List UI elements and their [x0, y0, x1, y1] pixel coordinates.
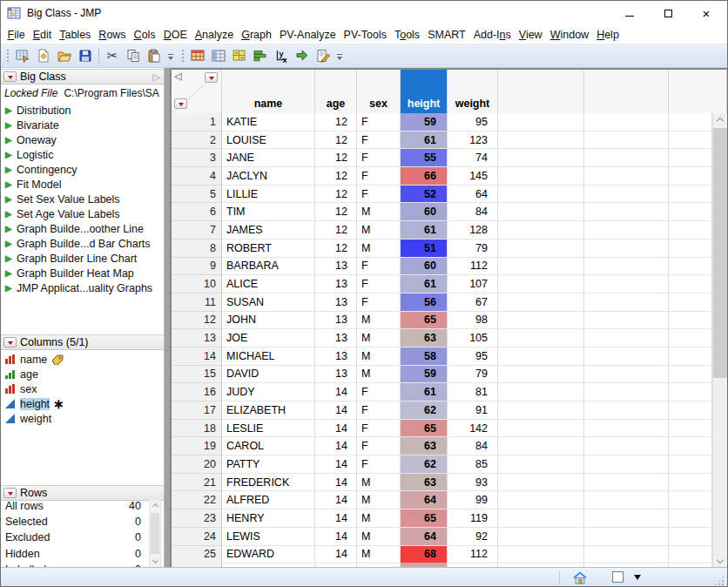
cell-age[interactable]: 14	[315, 420, 357, 438]
menu-item[interactable]: Graph	[238, 27, 276, 43]
cell-sex[interactable]: F	[357, 186, 401, 204]
cell-weight[interactable]: 99	[448, 491, 498, 509]
cell-sex[interactable]: F	[357, 420, 401, 438]
cell-age[interactable]: 14	[315, 546, 357, 564]
script-run-icon[interactable]: ▶	[5, 224, 17, 233]
pane-splitter[interactable]	[164, 68, 170, 569]
cell-height[interactable]: 61	[401, 383, 448, 401]
cell-name[interactable]: ALFRED	[222, 491, 315, 509]
row-number[interactable]: 13	[172, 329, 222, 347]
graph-builder-button[interactable]	[250, 46, 271, 66]
cell-name[interactable]: JANE	[222, 149, 315, 167]
cell-age[interactable]: 14	[315, 474, 357, 492]
row-number[interactable]: 17	[172, 401, 222, 420]
cell-age[interactable]: 14	[315, 401, 357, 420]
cell-sex[interactable]: M	[357, 240, 401, 258]
cell-height[interactable]: 51	[401, 240, 448, 258]
cell-height[interactable]: 59	[401, 366, 448, 384]
menu-item[interactable]: View	[515, 27, 546, 43]
row-number[interactable]: 23	[172, 509, 222, 528]
paste-button[interactable]	[144, 46, 165, 66]
menu-item[interactable]: PV-Tools	[340, 27, 390, 43]
cell-sex[interactable]: M	[357, 366, 401, 384]
row-number[interactable]: 21	[172, 474, 222, 492]
column-header-sex[interactable]: sex	[357, 70, 401, 113]
script-item[interactable]: ▶ Logistic	[1, 147, 164, 162]
scrollbar-thumb[interactable]	[151, 513, 159, 554]
cell-age[interactable]: 12	[315, 221, 357, 240]
row-number[interactable]: 14	[172, 347, 222, 366]
cell-name[interactable]: LEWIS	[222, 528, 315, 546]
cell-name[interactable]: ELIZABETH	[222, 401, 315, 420]
script-item[interactable]: ▶ Graph Builder Line Chart	[1, 251, 164, 266]
cell-name[interactable]: JOE	[222, 329, 315, 347]
cell-name[interactable]: ALICE	[222, 275, 315, 294]
cell-age[interactable]: 14	[315, 491, 357, 509]
row-number[interactable]: 12	[172, 312, 222, 330]
menu-item[interactable]: File	[3, 27, 29, 43]
cell-name[interactable]: JACLYN	[222, 167, 315, 186]
script-run-icon[interactable]: ▶	[5, 179, 17, 189]
scroll-up-icon[interactable]	[713, 113, 727, 128]
table-corner[interactable]: ◁	[172, 70, 222, 113]
formula-button[interactable]	[292, 46, 313, 66]
cell-weight[interactable]: 64	[448, 186, 498, 204]
close-button[interactable]: ×	[687, 1, 725, 25]
cell-height[interactable]: 56	[401, 294, 448, 312]
new-data-table-button[interactable]	[12, 46, 33, 66]
cell-name[interactable]: TIM	[222, 203, 315, 221]
cell-age[interactable]: 13	[315, 366, 357, 384]
cell-name[interactable]: SUSAN	[222, 294, 315, 312]
cell-height[interactable]: 60	[401, 203, 448, 221]
script-editor-button[interactable]	[313, 46, 334, 66]
cell-name[interactable]: EDWARD	[222, 546, 315, 564]
cell-weight[interactable]: 74	[448, 149, 498, 167]
cell-sex[interactable]: M	[357, 474, 401, 492]
column-header-height-selected[interactable]: height	[401, 70, 448, 113]
rows-panel-menu-button[interactable]	[3, 488, 17, 498]
menu-item[interactable]: Add-Ins	[469, 27, 515, 43]
cell-weight[interactable]: 91	[448, 401, 498, 420]
tabulate-button[interactable]	[208, 46, 229, 66]
cell-sex[interactable]: M	[357, 329, 401, 347]
cell-sex[interactable]: M	[357, 546, 401, 564]
script-item[interactable]: ▶ Graph Builde...oother Line	[1, 221, 164, 236]
column-header-age[interactable]: age	[315, 70, 357, 113]
cell-name[interactable]: CAROL	[222, 437, 315, 455]
cell-age[interactable]: 13	[315, 347, 357, 366]
resize-grip[interactable]	[714, 576, 725, 586]
script-run-icon[interactable]: ▶	[5, 165, 17, 174]
cell-height[interactable]: 65	[401, 420, 448, 438]
cell-age[interactable]: 12	[315, 167, 357, 186]
script-item[interactable]: ▶ Graph Builde...d Bar Charts	[1, 236, 164, 251]
row-number[interactable]: 10	[172, 275, 222, 294]
cell-sex[interactable]: F	[357, 167, 401, 186]
status-menu-button[interactable]	[634, 575, 641, 584]
cell-height[interactable]: 61	[401, 132, 448, 150]
rows-stat[interactable]: Excluded 0	[1, 530, 164, 545]
home-button[interactable]	[572, 570, 588, 584]
cell-weight[interactable]: 84	[448, 203, 498, 221]
cell-name[interactable]: LOUISE	[222, 132, 315, 150]
script-item[interactable]: ▶ Graph Builder Heat Map	[1, 266, 164, 280]
cell-sex[interactable]: M	[357, 509, 401, 528]
save-button[interactable]	[75, 46, 96, 66]
cell-name[interactable]: DAVID	[222, 366, 315, 384]
menu-item[interactable]: PV-Analyze	[275, 27, 340, 43]
script-run-icon[interactable]: ▶	[5, 268, 17, 278]
cell-name[interactable]: JUDY	[222, 383, 315, 401]
menu-item[interactable]: Cols	[130, 27, 159, 43]
script-run-icon[interactable]: ▶	[5, 253, 17, 263]
script-run-icon[interactable]: ▶	[5, 283, 17, 293]
cell-name[interactable]: PATTY	[222, 455, 315, 474]
cell-age[interactable]: 12	[315, 113, 357, 132]
cell-name[interactable]: JOHN	[222, 312, 315, 330]
maximize-button[interactable]	[649, 1, 687, 25]
cut-button[interactable]: ✂	[102, 46, 123, 66]
cell-sex[interactable]: F	[357, 294, 401, 312]
cell-sex[interactable]: M	[357, 491, 401, 509]
cell-sex[interactable]: F	[357, 275, 401, 294]
cell-weight[interactable]: 85	[448, 455, 498, 474]
row-number[interactable]: 15	[172, 366, 222, 384]
new-journal-button[interactable]	[33, 46, 54, 66]
